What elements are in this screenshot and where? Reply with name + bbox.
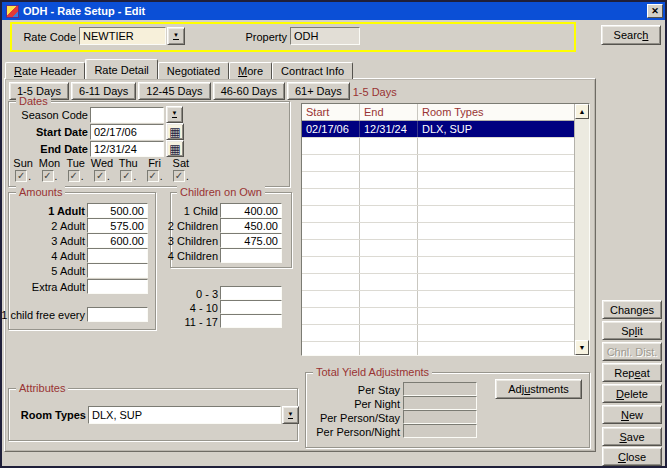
table-row[interactable] [302, 240, 574, 257]
start-date-calendar-button[interactable]: ▦ [166, 123, 184, 140]
yield-group-title: Total Yield Adjustments [313, 366, 432, 378]
child-3-input[interactable]: 475.00 [220, 233, 282, 248]
close-button[interactable]: Close [602, 447, 662, 466]
child-free-input[interactable] [87, 307, 148, 322]
table-row[interactable] [302, 138, 574, 155]
grid-scrollbar[interactable]: ▲ ▼ [574, 104, 589, 355]
table-row[interactable] [302, 274, 574, 291]
title-bar: ODH - Rate Setup - Edit ✕ [2, 2, 665, 20]
adult-3-label: 3 Adult [51, 235, 85, 248]
table-row-selected[interactable]: 02/17/06 12/31/24 DLX, SUP [302, 121, 574, 138]
table-row[interactable] [302, 223, 574, 240]
new-button[interactable]: New [602, 405, 662, 424]
tab-contract-info[interactable]: Contract Info [272, 62, 353, 79]
table-row[interactable] [302, 155, 574, 172]
adult-1-label: 1 Adult [48, 205, 85, 218]
season-code-dropdown-button[interactable]: ▼ [166, 106, 183, 123]
rate-code-label: Rate Code [23, 31, 76, 44]
tab-bar: Rate Header Rate Detail Negotiated More … [5, 59, 353, 79]
per-night-field [403, 396, 477, 410]
chnl-dist-button[interactable]: Chnl. Dist. [602, 342, 662, 361]
adult-3-input[interactable]: 600.00 [87, 233, 148, 248]
mon-checkbox[interactable]: ✓ [42, 170, 54, 182]
adjustments-button[interactable]: Adjustments [495, 379, 582, 399]
table-row[interactable] [302, 342, 574, 356]
split-button[interactable]: Split [602, 321, 662, 340]
fri-checkbox[interactable]: ✓ [147, 170, 159, 182]
table-row[interactable] [302, 291, 574, 308]
table-row[interactable] [302, 308, 574, 325]
extra-adult-input[interactable] [87, 279, 148, 294]
child-free-label: 1 child free every [1, 309, 85, 322]
season-code-label: Season Code [21, 109, 88, 122]
checkbox-suffix: . [81, 171, 84, 182]
tab-more[interactable]: More [229, 62, 272, 79]
table-row[interactable] [302, 206, 574, 223]
close-icon[interactable]: ✕ [647, 4, 663, 18]
room-types-dropdown-button[interactable]: ▼ [282, 406, 299, 424]
per-night-label: Per Night [354, 398, 400, 411]
child-2-input[interactable]: 450.00 [220, 218, 282, 233]
tue-checkbox[interactable]: ✓ [68, 170, 80, 182]
search-button[interactable]: Search [601, 25, 661, 45]
property-field: ODH [290, 27, 360, 45]
scroll-down-icon[interactable]: ▼ [575, 340, 589, 355]
tab-rate-header[interactable]: Rate Header [5, 62, 85, 79]
calendar-icon: ▦ [169, 126, 180, 138]
table-row[interactable] [302, 189, 574, 206]
amounts-group-title: Amounts [16, 186, 65, 198]
per-person-night-field [403, 424, 477, 438]
save-button[interactable]: Save [602, 427, 662, 446]
changes-button[interactable]: Changes [602, 300, 662, 319]
rate-code-dropdown-button[interactable]: ▼ [167, 27, 185, 45]
thu-checkbox[interactable]: ✓ [120, 170, 132, 182]
chevron-down-icon: ▼ [288, 412, 294, 419]
scroll-up-icon[interactable]: ▲ [575, 104, 589, 119]
age-11-17-input[interactable] [220, 314, 282, 328]
child-1-input[interactable]: 400.00 [220, 203, 282, 218]
checkbox-suffix: . [55, 171, 58, 182]
rate-tier-grid[interactable]: Start End Room Types 02/17/06 12/31/24 D… [301, 103, 590, 356]
age-11-17-label: 11 - 17 [185, 316, 218, 329]
per-stay-field [403, 382, 477, 396]
app-icon [6, 5, 19, 18]
tab-rate-detail[interactable]: Rate Detail [85, 59, 157, 79]
wed-checkbox[interactable]: ✓ [94, 170, 106, 182]
per-stay-label: Per Stay [358, 384, 400, 397]
season-code-input[interactable] [90, 107, 164, 123]
tab-12-45-days[interactable]: 12-45 Days [138, 82, 210, 100]
delete-button[interactable]: Delete [602, 384, 662, 403]
repeat-button[interactable]: Repeat [602, 363, 662, 382]
cell-end: 12/31/24 [360, 121, 418, 137]
day-range-tabs: 1-5 Days 6-11 Days 12-45 Days 46-60 Days… [9, 82, 350, 100]
checkbox-suffix: . [28, 171, 31, 182]
adult-4-input[interactable] [87, 248, 148, 263]
tab-6-11-days[interactable]: 6-11 Days [71, 82, 136, 100]
rate-code-input[interactable]: NEWTIER [79, 27, 166, 45]
adult-1-input[interactable]: 500.00 [87, 203, 148, 218]
property-label: Property [245, 31, 287, 44]
table-row[interactable] [302, 257, 574, 274]
attributes-group-title: Attributes [16, 382, 68, 394]
adult-2-input[interactable]: 575.00 [87, 218, 148, 233]
room-types-input[interactable]: DLX, SUP [88, 406, 281, 424]
children-group-title: Children on Own [177, 186, 265, 198]
tab-61-plus-days[interactable]: 61+ Days [287, 82, 350, 100]
sun-checkbox[interactable]: ✓ [15, 170, 27, 182]
sat-checkbox[interactable]: ✓ [173, 170, 185, 182]
age-0-3-label: 0 - 3 [196, 288, 218, 301]
table-row[interactable] [302, 172, 574, 189]
chevron-down-icon: ▼ [172, 111, 178, 118]
age-4-10-input[interactable] [220, 300, 282, 314]
tab-negotiated[interactable]: Negotiated [158, 62, 229, 79]
end-date-calendar-button[interactable]: ▦ [166, 140, 184, 157]
end-date-input[interactable]: 12/31/24 [90, 141, 164, 157]
room-types-label: Room Types [21, 409, 86, 422]
tab-46-60-days[interactable]: 46-60 Days [213, 82, 285, 100]
child-4-input[interactable] [220, 248, 282, 263]
adult-5-input[interactable] [87, 263, 148, 278]
weekday-labels: Sun Mon Tue Wed Thu Fri Sat [10, 157, 194, 169]
table-row[interactable] [302, 325, 574, 342]
start-date-input[interactable]: 02/17/06 [90, 124, 164, 140]
age-0-3-input[interactable] [220, 286, 282, 300]
